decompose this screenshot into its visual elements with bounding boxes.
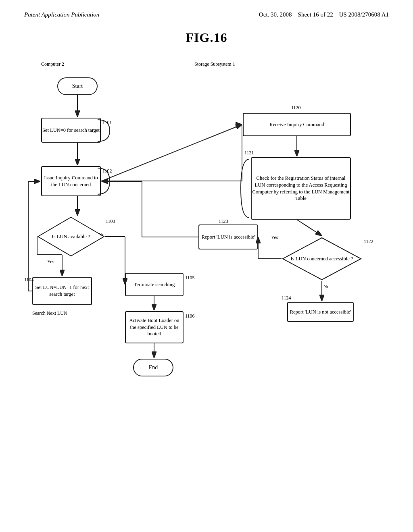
terminate-node: Terminate searching: [125, 273, 184, 296]
receive-inquiry-node: Receive Inquiry Command: [243, 113, 351, 136]
set-lun0-node: Set LUN=0 for search target: [41, 118, 101, 143]
ref-1121: 1121: [244, 150, 254, 156]
report-accessible-node: Report 'LUN is accessible': [198, 224, 258, 249]
issue-inquiry-node: Issue Inquiry Command to the LUN concern…: [41, 166, 101, 196]
ref-1124: 1124: [282, 295, 291, 301]
diagram: Computer 2 Storage Subsystem 1 Start Set…: [25, 57, 388, 493]
patent-info: Oct. 30, 2008 Sheet 16 of 22 US 2008/270…: [259, 11, 389, 18]
yes-1103-label: Yes: [47, 259, 54, 265]
ref-1104: 1104: [24, 277, 34, 283]
patent-publication-label: Patent Application Publication: [24, 11, 99, 18]
header-patent: US 2008/270608 A1: [339, 11, 389, 18]
ref-1101: 1101: [102, 120, 112, 126]
svg-line-17: [297, 220, 322, 236]
ref-1102: 1102: [102, 168, 112, 174]
set-lun-next-node: Set LUN=LUN+1 for next search target: [32, 277, 92, 305]
ref-1120: 1120: [291, 105, 301, 111]
check-registration-node: Check for the Registration Status of int…: [251, 157, 351, 220]
yes-1122-label: Yes: [271, 235, 278, 241]
is-lun-available-node: Is LUN available ?: [37, 216, 105, 257]
search-next-label: Search Next LUN: [32, 310, 67, 316]
ref-1122: 1122: [364, 239, 373, 245]
end-node: End: [133, 359, 173, 376]
storage-label: Storage Subsystem 1: [194, 61, 235, 67]
no-1122-label: No: [323, 284, 330, 290]
page-header: Patent Application Publication Oct. 30, …: [0, 0, 413, 18]
ref-1123: 1123: [219, 218, 228, 224]
computer2-label: Computer 2: [41, 61, 64, 67]
no-1103-label: No: [98, 232, 104, 238]
header-date: Oct. 30, 2008: [259, 11, 292, 18]
figure-title: FIG.16: [0, 30, 413, 45]
ref-1106: 1106: [185, 313, 195, 319]
header-sheet: Sheet 16 of 22: [298, 11, 333, 18]
start-node: Start: [57, 77, 98, 95]
is-lun-accessible-node: Is LUN concerned accessible ?: [282, 237, 362, 281]
activate-boot-node: Activate Boot Loader on the specified LU…: [125, 311, 184, 343]
svg-line-27: [101, 125, 242, 181]
report-not-accessible-node: Report 'LUN is not accessible': [287, 302, 354, 322]
ref-1105: 1105: [185, 275, 195, 281]
ref-1103: 1103: [106, 218, 115, 224]
